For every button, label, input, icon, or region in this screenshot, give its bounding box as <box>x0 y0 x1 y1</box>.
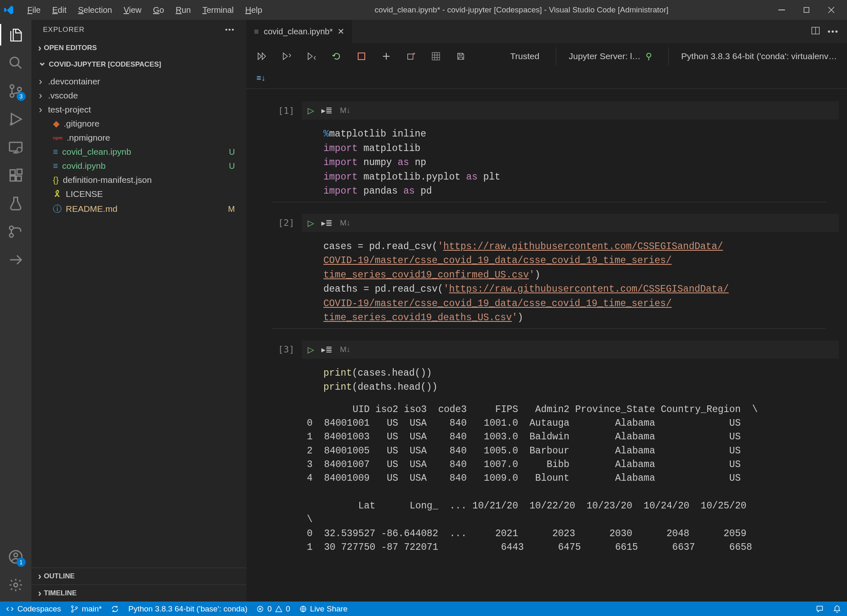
trusted-label[interactable]: Trusted <box>510 51 539 61</box>
menu-selection[interactable]: Selection <box>73 4 117 17</box>
cell-code[interactable]: %matplotlib inline import matplotlib imp… <box>271 122 826 202</box>
remote-explorer-icon[interactable] <box>7 139 24 156</box>
file-covid[interactable]: ≡covid.ipynbU <box>31 159 246 173</box>
save-icon[interactable] <box>455 50 467 62</box>
source-control-icon[interactable]: 3 <box>7 83 24 99</box>
run-debug-icon[interactable] <box>7 111 24 127</box>
github-icon[interactable] <box>7 223 24 240</box>
accounts-badge: 1 <box>17 558 26 567</box>
markdown-toggle[interactable]: M↓ <box>340 218 350 228</box>
cell-prompt: [1] <box>271 105 294 116</box>
tab-covid-clean[interactable]: ≡ covid_clean.ipynb* ✕ <box>246 20 352 43</box>
svg-point-14 <box>10 234 13 237</box>
run-by-line-icon[interactable]: ▸≣ <box>321 345 333 355</box>
run-by-line-icon[interactable]: ▸≣ <box>321 218 333 228</box>
menu-help[interactable]: Help <box>240 4 267 17</box>
liveshare-icon[interactable] <box>7 252 24 268</box>
run-by-line-icon[interactable]: ▸≣ <box>321 105 333 115</box>
sidebar-more-icon[interactable]: ••• <box>225 26 235 34</box>
notebook-icon: ≡ <box>53 161 58 171</box>
add-cell-icon[interactable] <box>380 50 392 62</box>
svg-point-29 <box>76 606 77 608</box>
notebook-tab-icon: ≡ <box>254 27 259 36</box>
menu-edit[interactable]: Edit <box>47 4 71 17</box>
more-actions-icon[interactable]: ••• <box>828 27 839 36</box>
file-definition-manifest[interactable]: {}definition-manifest.json <box>31 173 246 187</box>
markdown-toggle[interactable]: M↓ <box>340 106 350 115</box>
chevron-right-icon <box>38 42 41 54</box>
run-above-icon[interactable] <box>281 50 293 62</box>
clear-outputs-icon[interactable] <box>405 50 417 62</box>
folder-devcontainer[interactable]: .devcontainer <box>31 74 246 89</box>
codespaces-status[interactable]: Codespaces <box>6 604 61 614</box>
run-cell-icon[interactable]: ▷ <box>308 218 314 228</box>
open-editors-section[interactable]: OPEN EDITORS <box>31 40 246 56</box>
file-license[interactable]: 🎗LICENSE <box>31 187 246 201</box>
folder-test-project[interactable]: test-project <box>31 103 246 117</box>
restart-icon[interactable] <box>331 50 342 62</box>
menu-file[interactable]: File <box>22 4 45 17</box>
chevron-right-icon <box>39 76 42 87</box>
run-cell-icon[interactable]: ▷ <box>308 105 314 115</box>
cell-2: [2] ▷ ▸≣ M↓ cases = pd.read_csv('https:/… <box>271 214 839 329</box>
cell-3: [3] ▷ ▸≣ M↓ print(cases.head()) print(de… <box>271 340 839 558</box>
cell-code[interactable]: print(cases.head()) print(deaths.head()) <box>271 361 826 398</box>
kernel-selector[interactable]: Python 3.8.3 64-bit ('conda': virtualenv… <box>668 47 837 65</box>
interrupt-icon[interactable] <box>356 50 367 62</box>
markdown-toggle[interactable]: M↓ <box>340 345 350 354</box>
split-editor-icon[interactable] <box>811 26 820 37</box>
run-all-icon[interactable] <box>256 50 268 62</box>
cell-output: UID iso2 iso3 code3 FIPS Admin2 Province… <box>271 398 839 558</box>
svg-rect-10 <box>10 176 15 181</box>
notebook-body[interactable]: [1] ▷ ▸≣ M↓ %matplotlib inline import ma… <box>246 89 847 602</box>
timeline-section[interactable]: TIMELINE <box>31 585 246 602</box>
notifications-icon[interactable] <box>833 605 841 613</box>
outline-toggle-icon[interactable]: ≡↓ <box>256 73 266 82</box>
menu-view[interactable]: View <box>119 4 146 17</box>
sync-status[interactable] <box>111 605 119 613</box>
maximize-button[interactable] <box>801 4 812 16</box>
extensions-icon[interactable] <box>7 167 24 184</box>
run-cell-icon[interactable]: ▷ <box>308 345 314 355</box>
cell-1: [1] ▷ ▸≣ M↓ %matplotlib inline import ma… <box>271 101 839 202</box>
minimize-button[interactable] <box>776 4 787 16</box>
file-npmignore[interactable]: npm.npmignore <box>31 131 246 145</box>
git-branch-status[interactable]: main* <box>70 604 102 614</box>
variables-icon[interactable] <box>430 50 442 62</box>
file-gitignore[interactable]: ◆.gitignore <box>31 117 246 131</box>
svg-rect-9 <box>10 170 15 175</box>
svg-rect-12 <box>17 169 22 174</box>
problems-status[interactable]: 0 0 <box>256 604 290 614</box>
settings-gear-icon[interactable] <box>7 577 24 593</box>
jupyter-server[interactable]: Jupyter Server: l… ⚲ <box>556 47 652 65</box>
cell-code[interactable]: cases = pd.read_csv('https://raw.githubu… <box>271 235 826 329</box>
close-tab-icon[interactable]: ✕ <box>337 26 345 36</box>
explorer-icon[interactable] <box>7 26 24 43</box>
folder-vscode[interactable]: .vscode <box>31 89 246 103</box>
sidebar: EXPLORER ••• OPEN EDITORS COVID-JUPYTER … <box>31 20 246 602</box>
info-icon: ⓘ <box>53 203 62 215</box>
svg-rect-11 <box>17 176 22 181</box>
svg-point-28 <box>72 610 73 612</box>
liveshare-status[interactable]: Live Share <box>299 604 348 614</box>
file-covid-clean[interactable]: ≡covid_clean.ipynbU <box>31 145 246 159</box>
testing-icon[interactable] <box>7 195 24 212</box>
file-readme[interactable]: ⓘREADME.mdM <box>31 201 246 217</box>
outline-section[interactable]: OUTLINE <box>31 568 246 585</box>
accounts-icon[interactable]: 1 <box>7 549 24 565</box>
run-below-icon[interactable] <box>306 50 318 62</box>
menu-terminal[interactable]: Terminal <box>197 4 239 17</box>
chevron-down-icon <box>38 59 46 70</box>
menu-run[interactable]: Run <box>171 4 196 17</box>
license-icon: 🎗 <box>53 189 62 199</box>
search-icon[interactable] <box>7 55 24 71</box>
feedback-icon[interactable] <box>816 605 824 613</box>
svg-point-17 <box>14 583 18 587</box>
sidebar-title: EXPLORER <box>43 26 85 34</box>
svg-rect-1 <box>804 7 809 12</box>
window-title: covid_clean.ipynb* - covid-jupyter [Code… <box>267 5 776 14</box>
python-env-status[interactable]: Python 3.8.3 64-bit ('base': conda) <box>128 604 247 614</box>
close-button[interactable] <box>825 4 837 16</box>
menu-go[interactable]: Go <box>148 4 169 17</box>
workspace-section[interactable]: COVID-JUPYTER [CODESPACES] <box>31 56 246 73</box>
